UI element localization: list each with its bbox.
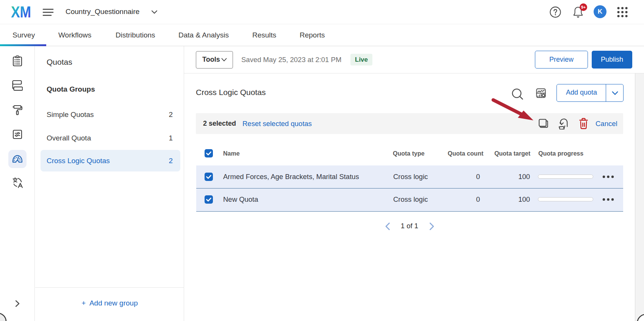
svg-text:XM: XM [11,5,31,18]
